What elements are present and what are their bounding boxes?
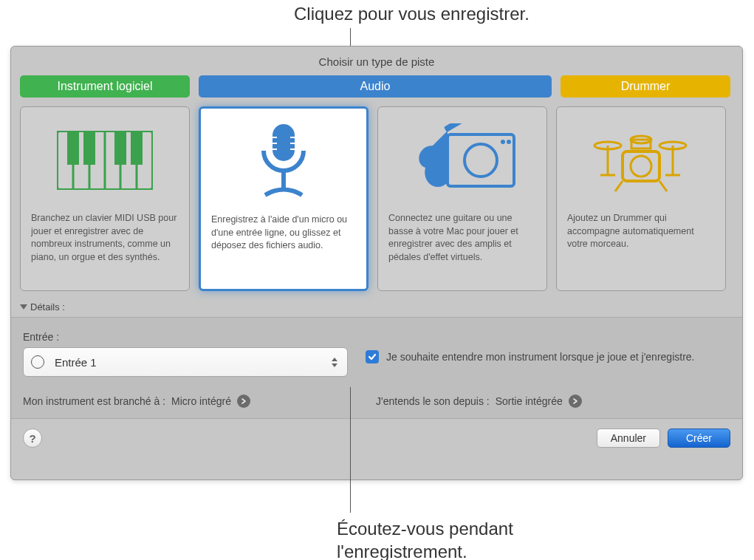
callout-text-record: Cliquez pour vous enregistrer.	[294, 4, 529, 24]
create-button[interactable]: Créer	[668, 428, 730, 448]
output-device-link[interactable]: J'entends le son depuis : Sortie intégré…	[376, 395, 582, 408]
card-description: Enregistrez à l'aide d'un micro ou d'une…	[211, 214, 356, 253]
dialog-footer: ? Annuler Créer	[11, 419, 742, 457]
microphone-icon	[211, 117, 356, 206]
output-link-prefix: J'entends le son depuis :	[376, 395, 490, 407]
track-type-header-tabs: Instrument logiciel Audio Drummer	[11, 75, 742, 98]
svg-line-32	[659, 181, 667, 191]
card-description: Ajoutez un Drummer qui accompagne automa…	[567, 212, 715, 251]
svg-rect-22	[444, 123, 473, 132]
input-select-value: Entrée 1	[55, 356, 97, 369]
svg-line-31	[615, 181, 623, 191]
callout-text-monitor: Écoutez-vous pendant l'enregistrement.	[337, 517, 513, 560]
card-software-instrument[interactable]: Branchez un clavier MIDI USB pour jouer …	[20, 106, 190, 291]
svg-point-19	[465, 144, 497, 177]
details-disclosure[interactable]: Détails :	[11, 300, 742, 317]
header-tab-drummer[interactable]: Drummer	[561, 75, 730, 98]
instrument-connection-link[interactable]: Mon instrument est branché à : Micro int…	[23, 395, 361, 408]
drum-kit-icon	[567, 116, 715, 205]
dialog-title: Choisir un type de piste	[11, 47, 742, 75]
instrument-link-value: Micro intégré	[171, 395, 231, 407]
monitoring-label: Je souhaite entendre mon instrument lors…	[386, 350, 694, 363]
callout-line	[350, 387, 351, 513]
svg-rect-9	[131, 131, 143, 165]
new-track-dialog: Choisir un type de piste Instrument logi…	[10, 46, 743, 480]
input-label: Entrée :	[23, 331, 351, 343]
header-tab-software-instrument[interactable]: Instrument logiciel	[20, 75, 190, 98]
chevron-right-icon	[237, 395, 250, 408]
output-link-value: Sortie intégrée	[496, 395, 563, 407]
header-tab-audio[interactable]: Audio	[199, 75, 552, 98]
card-audio-guitar[interactable]: Connectez une guitare ou une basse à vot…	[377, 106, 547, 291]
svg-rect-8	[114, 131, 126, 165]
card-description: Branchez un clavier MIDI USB pour jouer …	[31, 212, 179, 264]
svg-point-21	[507, 140, 511, 144]
details-label: Détails :	[30, 301, 65, 313]
chevron-right-icon	[569, 395, 582, 408]
guitar-amp-icon	[388, 116, 536, 205]
cancel-button[interactable]: Annuler	[597, 428, 660, 448]
svg-point-20	[501, 140, 505, 144]
piano-keys-icon	[31, 116, 179, 205]
input-channel-icon	[31, 355, 44, 369]
svg-rect-6	[67, 131, 79, 165]
svg-rect-7	[83, 131, 95, 165]
svg-point-28	[631, 156, 651, 177]
chevron-updown-icon	[328, 351, 341, 373]
instrument-link-prefix: Mon instrument est branché à :	[23, 395, 165, 407]
help-button[interactable]: ?	[23, 428, 42, 448]
card-description: Connectez une guitare ou une basse à vot…	[388, 212, 536, 264]
monitoring-checkbox[interactable]	[366, 350, 379, 363]
input-select[interactable]: Entrée 1	[23, 347, 348, 377]
card-audio-mic[interactable]: Enregistrez à l'aide d'un micro ou d'une…	[199, 106, 369, 291]
details-panel: Entrée : Entrée 1 Je souhaite entendre m…	[11, 317, 742, 419]
card-drummer[interactable]: Ajoutez un Drummer qui accompagne automa…	[556, 106, 726, 291]
track-type-cards: Branchez un clavier MIDI USB pour jouer …	[11, 98, 742, 300]
